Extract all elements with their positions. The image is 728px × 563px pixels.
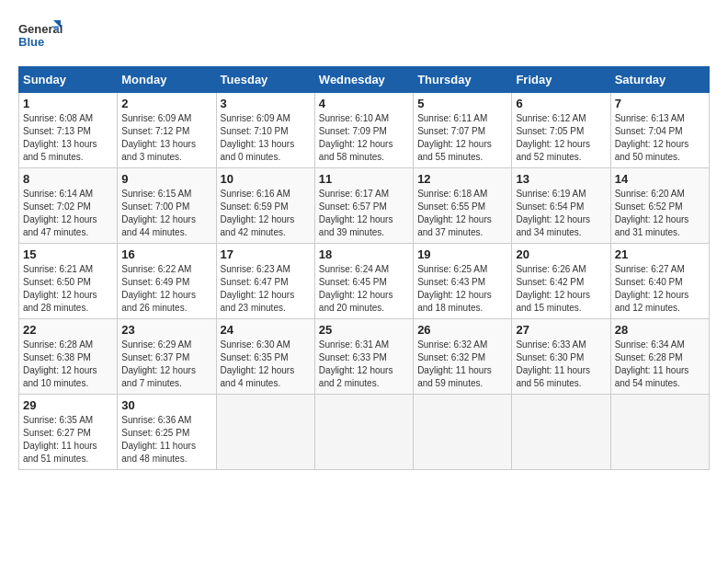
day-number: 5 [417, 97, 507, 110]
daylight-label: Daylight: 12 hours and 28 minutes. [23, 290, 97, 313]
daylight-label: Daylight: 12 hours and 7 minutes. [121, 365, 196, 388]
day-info: Sunrise: 6:19 AM Sunset: 6:54 PM Dayligh… [516, 188, 606, 239]
daylight-label: Daylight: 12 hours and 31 minutes. [615, 214, 689, 237]
day-number: 14 [615, 172, 705, 186]
sunrise-label: Sunrise: 6:30 AM [221, 339, 290, 350]
calendar-cell: 5 Sunrise: 6:11 AM Sunset: 7:07 PM Dayli… [414, 93, 512, 168]
sunset-label: Sunset: 7:02 PM [23, 201, 91, 212]
day-info: Sunrise: 6:33 AM Sunset: 6:30 PM Dayligh… [516, 339, 606, 390]
sunrise-label: Sunrise: 6:16 AM [221, 189, 290, 199]
calendar-cell: 20 Sunrise: 6:26 AM Sunset: 6:42 PM Dayl… [512, 244, 610, 319]
calendar-cell: 18 Sunrise: 6:24 AM Sunset: 6:45 PM Dayl… [314, 244, 413, 319]
calendar-cell: 30 Sunrise: 6:36 AM Sunset: 6:25 PM Dayl… [118, 395, 216, 470]
calendar-cell: 15 Sunrise: 6:21 AM Sunset: 6:50 PM Dayl… [19, 244, 118, 319]
day-number: 29 [23, 398, 113, 412]
calendar-cell: 29 Sunrise: 6:35 AM Sunset: 6:27 PM Dayl… [19, 395, 118, 470]
sunrise-label: Sunrise: 6:18 AM [417, 189, 487, 199]
sunset-label: Sunset: 7:04 PM [615, 126, 683, 136]
calendar-cell: 17 Sunrise: 6:23 AM Sunset: 6:47 PM Dayl… [216, 244, 314, 319]
day-info: Sunrise: 6:13 AM Sunset: 7:04 PM Dayligh… [615, 112, 705, 164]
sunrise-label: Sunrise: 6:33 AM [516, 339, 586, 350]
daylight-label: Daylight: 12 hours and 2 minutes. [319, 365, 393, 388]
calendar-cell: 3 Sunrise: 6:09 AM Sunset: 7:10 PM Dayli… [216, 93, 314, 168]
calendar-table: SundayMondayTuesdayWednesdayThursdayFrid… [18, 66, 710, 470]
daylight-label: Daylight: 12 hours and 20 minutes. [319, 290, 393, 313]
daylight-label: Daylight: 12 hours and 52 minutes. [516, 139, 590, 162]
calendar-cell: 7 Sunrise: 6:13 AM Sunset: 7:04 PM Dayli… [610, 93, 709, 168]
sunset-label: Sunset: 6:50 PM [23, 277, 91, 287]
sunrise-label: Sunrise: 6:15 AM [121, 189, 191, 199]
day-info: Sunrise: 6:36 AM Sunset: 6:25 PM Dayligh… [121, 414, 211, 465]
calendar-cell: 10 Sunrise: 6:16 AM Sunset: 6:59 PM Dayl… [216, 168, 314, 244]
sunset-label: Sunset: 6:49 PM [121, 277, 189, 287]
sunset-label: Sunset: 6:25 PM [121, 428, 189, 438]
daylight-label: Daylight: 12 hours and 23 minutes. [221, 290, 295, 313]
sunrise-label: Sunrise: 6:09 AM [121, 113, 191, 123]
calendar-cell: 11 Sunrise: 6:17 AM Sunset: 6:57 PM Dayl… [314, 168, 413, 244]
day-number: 11 [319, 172, 409, 186]
sunset-label: Sunset: 6:28 PM [615, 352, 683, 362]
day-info: Sunrise: 6:11 AM Sunset: 7:07 PM Dayligh… [417, 112, 507, 164]
sunrise-label: Sunrise: 6:12 AM [516, 113, 586, 123]
day-number: 2 [121, 97, 211, 110]
calendar-body: 1 Sunrise: 6:08 AM Sunset: 7:13 PM Dayli… [19, 93, 710, 470]
day-number: 19 [417, 247, 507, 261]
daylight-label: Daylight: 11 hours and 51 minutes. [23, 441, 97, 464]
day-info: Sunrise: 6:10 AM Sunset: 7:09 PM Dayligh… [319, 112, 409, 164]
sunset-label: Sunset: 6:38 PM [23, 352, 91, 362]
day-number: 17 [221, 247, 311, 261]
daylight-label: Daylight: 12 hours and 47 minutes. [23, 214, 97, 237]
daylight-label: Daylight: 13 hours and 0 minutes. [221, 139, 295, 162]
sunset-label: Sunset: 7:05 PM [516, 126, 584, 136]
day-number: 18 [319, 247, 409, 261]
daylight-label: Daylight: 12 hours and 39 minutes. [319, 214, 393, 237]
day-number: 23 [121, 323, 211, 337]
day-info: Sunrise: 6:09 AM Sunset: 7:12 PM Dayligh… [121, 112, 211, 164]
day-info: Sunrise: 6:18 AM Sunset: 6:55 PM Dayligh… [417, 188, 507, 239]
calendar-cell: 25 Sunrise: 6:31 AM Sunset: 6:33 PM Dayl… [314, 319, 413, 395]
daylight-label: Daylight: 12 hours and 58 minutes. [319, 139, 393, 162]
day-info: Sunrise: 6:32 AM Sunset: 6:32 PM Dayligh… [417, 339, 507, 390]
calendar-week-row: 22 Sunrise: 6:28 AM Sunset: 6:38 PM Dayl… [19, 319, 710, 395]
daylight-label: Daylight: 11 hours and 59 minutes. [417, 365, 492, 388]
daylight-label: Daylight: 12 hours and 42 minutes. [221, 214, 295, 237]
sunset-label: Sunset: 7:07 PM [417, 126, 485, 136]
daylight-label: Daylight: 11 hours and 48 minutes. [121, 441, 196, 464]
day-info: Sunrise: 6:22 AM Sunset: 6:49 PM Dayligh… [121, 263, 211, 315]
day-info: Sunrise: 6:14 AM Sunset: 7:02 PM Dayligh… [23, 188, 113, 239]
daylight-label: Daylight: 12 hours and 55 minutes. [417, 139, 492, 162]
calendar-cell: 26 Sunrise: 6:32 AM Sunset: 6:32 PM Dayl… [414, 319, 512, 395]
sunrise-label: Sunrise: 6:21 AM [23, 264, 93, 274]
day-info: Sunrise: 6:30 AM Sunset: 6:35 PM Dayligh… [221, 339, 311, 390]
sunrise-label: Sunrise: 6:14 AM [23, 189, 93, 199]
day-info: Sunrise: 6:34 AM Sunset: 6:28 PM Dayligh… [615, 339, 705, 390]
sunrise-label: Sunrise: 6:10 AM [319, 113, 389, 123]
sunset-label: Sunset: 6:47 PM [221, 277, 289, 287]
daylight-label: Daylight: 12 hours and 37 minutes. [417, 214, 492, 237]
weekday-header-wednesday: Wednesday [314, 67, 413, 93]
calendar-header: SundayMondayTuesdayWednesdayThursdayFrid… [19, 67, 710, 93]
day-info: Sunrise: 6:35 AM Sunset: 6:27 PM Dayligh… [23, 414, 113, 465]
calendar-cell: 23 Sunrise: 6:29 AM Sunset: 6:37 PM Dayl… [118, 319, 216, 395]
calendar-cell: 19 Sunrise: 6:25 AM Sunset: 6:43 PM Dayl… [414, 244, 512, 319]
sunrise-label: Sunrise: 6:25 AM [417, 264, 487, 274]
calendar-cell: 16 Sunrise: 6:22 AM Sunset: 6:49 PM Dayl… [118, 244, 216, 319]
weekday-header-row: SundayMondayTuesdayWednesdayThursdayFrid… [19, 67, 710, 93]
day-number: 12 [417, 172, 507, 186]
sunrise-label: Sunrise: 6:31 AM [319, 339, 389, 350]
day-number: 30 [121, 398, 211, 412]
day-number: 13 [516, 172, 606, 186]
day-info: Sunrise: 6:27 AM Sunset: 6:40 PM Dayligh… [615, 263, 705, 315]
sunset-label: Sunset: 6:59 PM [221, 201, 289, 212]
calendar-week-row: 15 Sunrise: 6:21 AM Sunset: 6:50 PM Dayl… [19, 244, 710, 319]
day-number: 4 [319, 97, 409, 110]
day-info: Sunrise: 6:29 AM Sunset: 6:37 PM Dayligh… [121, 339, 211, 390]
svg-text:Blue: Blue [18, 35, 44, 49]
sunset-label: Sunset: 6:57 PM [319, 201, 387, 212]
day-number: 6 [516, 97, 606, 110]
daylight-label: Daylight: 12 hours and 26 minutes. [121, 290, 196, 313]
day-info: Sunrise: 6:12 AM Sunset: 7:05 PM Dayligh… [516, 112, 606, 164]
page-header: General Blue [18, 18, 710, 57]
sunset-label: Sunset: 7:12 PM [121, 126, 189, 136]
sunset-label: Sunset: 6:35 PM [221, 352, 289, 362]
